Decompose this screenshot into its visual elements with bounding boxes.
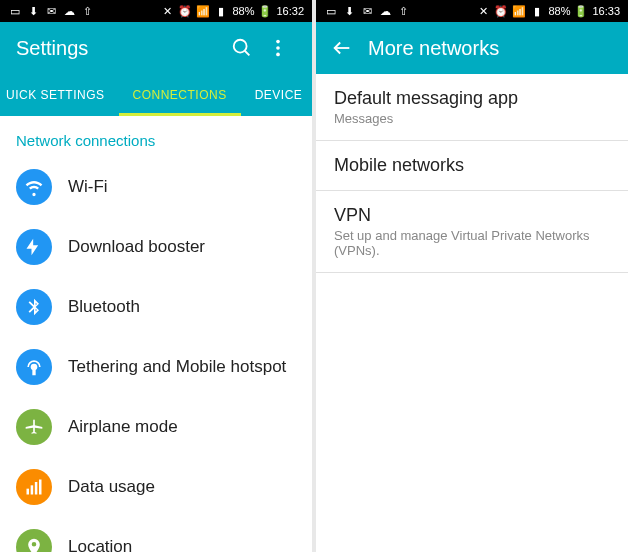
header-more-networks: More networks (316, 22, 628, 74)
item-subtitle: Set up and manage Virtual Private Networ… (334, 228, 610, 258)
mail-icon: ✉ (360, 4, 374, 18)
item-label: Airplane mode (68, 417, 178, 437)
statusbar-left: ▭ ⬇ ✉ ☁ ⇧ ✕ ⏰ 📶 ▮ 88% 🔋 16:32 (0, 0, 312, 22)
download-icon: ⬇ (26, 4, 40, 18)
item-title: Default messaging app (334, 88, 610, 109)
signal-icon: ▮ (530, 4, 544, 18)
location-icon (16, 529, 52, 552)
window-icon: ▭ (8, 4, 22, 18)
svg-rect-5 (27, 489, 30, 495)
page-title: Settings (16, 37, 224, 60)
item-label: Download booster (68, 237, 205, 257)
upload-icon: ⇧ (80, 4, 94, 18)
wifi-signal-icon: 📶 (512, 4, 526, 18)
cloud-icon: ☁ (378, 4, 392, 18)
upload-icon: ⇧ (396, 4, 410, 18)
item-subtitle: Messages (334, 111, 610, 126)
network-item-vpn[interactable]: VPNSet up and manage Virtual Private Net… (316, 191, 628, 273)
overflow-menu-button[interactable] (260, 30, 296, 66)
signal-icon: ▮ (214, 4, 228, 18)
datausage-icon (16, 469, 52, 505)
arrow-back-icon (331, 37, 353, 59)
settings-item-location[interactable]: Location (0, 517, 312, 552)
item-title: VPN (334, 205, 610, 226)
header-settings: Settings (0, 22, 312, 74)
tab-label: DEVICE (255, 88, 303, 102)
svg-point-4 (276, 53, 280, 57)
mail-icon: ✉ (44, 4, 58, 18)
battery-percent: 88% (548, 5, 570, 17)
settings-item-data-usage[interactable]: Data usage (0, 457, 312, 517)
statusbar-right: ▭ ⬇ ✉ ☁ ⇧ ✕ ⏰ 📶 ▮ 88% 🔋 16:33 (316, 0, 628, 22)
bolt-icon (16, 229, 52, 265)
search-button[interactable] (224, 30, 260, 66)
download-icon: ⬇ (342, 4, 356, 18)
connections-list[interactable]: Network connections Wi-FiDownload booste… (0, 116, 312, 552)
battery-icon: 🔋 (258, 4, 272, 18)
network-item-default-messaging-app[interactable]: Default messaging appMessages (316, 74, 628, 141)
item-label: Bluetooth (68, 297, 140, 317)
battery-icon: 🔋 (574, 4, 588, 18)
clock: 16:33 (592, 5, 620, 17)
phone-more-networks: ▭ ⬇ ✉ ☁ ⇧ ✕ ⏰ 📶 ▮ 88% 🔋 16:33 More netwo… (316, 0, 628, 552)
settings-tabs: UICK SETTINGSCONNECTIONSDEVICE (0, 74, 312, 116)
tether-icon (16, 349, 52, 385)
tab-label: UICK SETTINGS (6, 88, 105, 102)
bluetooth-icon (16, 289, 52, 325)
item-label: Location (68, 537, 132, 552)
airplane-icon (16, 409, 52, 445)
svg-rect-8 (39, 480, 42, 495)
vibrate-icon: ✕ (476, 4, 490, 18)
search-icon (231, 37, 253, 59)
tab-connections[interactable]: CONNECTIONS (119, 74, 241, 116)
tab-device[interactable]: DEVICE (241, 74, 312, 116)
alarm-icon: ⏰ (494, 4, 508, 18)
page-title: More networks (368, 37, 612, 60)
cloud-icon: ☁ (62, 4, 76, 18)
svg-rect-6 (31, 485, 34, 494)
svg-line-1 (245, 51, 250, 56)
phone-settings: ▭ ⬇ ✉ ☁ ⇧ ✕ ⏰ 📶 ▮ 88% 🔋 16:32 Settings (0, 0, 312, 552)
svg-point-0 (234, 40, 247, 53)
item-label: Wi-Fi (68, 177, 108, 197)
network-item-mobile-networks[interactable]: Mobile networks (316, 141, 628, 191)
more-networks-list[interactable]: Default messaging appMessagesMobile netw… (316, 74, 628, 552)
battery-percent: 88% (232, 5, 254, 17)
section-header-network: Network connections (0, 116, 312, 157)
settings-item-bluetooth[interactable]: Bluetooth (0, 277, 312, 337)
settings-item-wi-fi[interactable]: Wi-Fi (0, 157, 312, 217)
settings-item-airplane-mode[interactable]: Airplane mode (0, 397, 312, 457)
tab-uick-settings[interactable]: UICK SETTINGS (0, 74, 119, 116)
svg-point-3 (276, 46, 280, 50)
wifi-icon (16, 169, 52, 205)
tab-label: CONNECTIONS (133, 88, 227, 102)
settings-item-download-booster[interactable]: Download booster (0, 217, 312, 277)
svg-point-2 (276, 40, 280, 44)
alarm-icon: ⏰ (178, 4, 192, 18)
vibrate-icon: ✕ (160, 4, 174, 18)
svg-rect-7 (35, 482, 38, 495)
window-icon: ▭ (324, 4, 338, 18)
back-button[interactable] (324, 30, 360, 66)
settings-item-tethering-and-mobile-hotspot[interactable]: Tethering and Mobile hotspot (0, 337, 312, 397)
wifi-signal-icon: 📶 (196, 4, 210, 18)
item-title: Mobile networks (334, 155, 610, 176)
item-label: Data usage (68, 477, 155, 497)
item-label: Tethering and Mobile hotspot (68, 357, 286, 377)
clock: 16:32 (276, 5, 304, 17)
more-vert-icon (267, 37, 289, 59)
